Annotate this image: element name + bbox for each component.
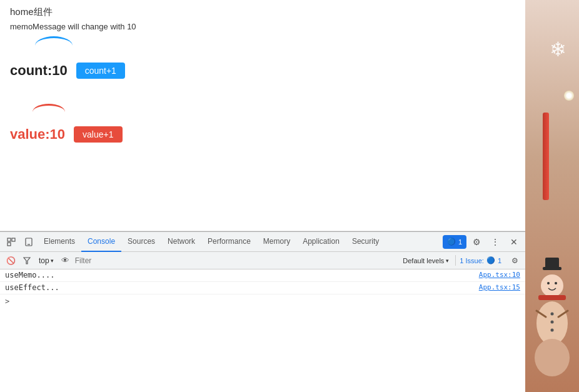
- inspect-icon-button[interactable]: [3, 233, 20, 251]
- count-plus-button[interactable]: count+1: [76, 63, 125, 79]
- tab-console[interactable]: Console: [81, 232, 121, 252]
- count-label: count:10: [10, 63, 68, 79]
- svg-rect-12: [538, 295, 566, 300]
- console-location-1[interactable]: App.tsx:10: [479, 271, 520, 279]
- svg-rect-0: [8, 238, 11, 241]
- more-options-button[interactable]: ⋮: [486, 233, 504, 251]
- toolbar-settings-button[interactable]: ⚙: [508, 254, 521, 268]
- page-title: home组件: [10, 6, 515, 18]
- browser-area: home组件 memoMessage will change with 10 c…: [0, 0, 525, 392]
- blue-arc-decoration: [35, 36, 73, 55]
- value-row: value:10 value+1: [10, 126, 515, 143]
- devtools-panel: Elements Console Sources Network Perform…: [0, 231, 525, 392]
- console-prompt[interactable]: >: [0, 294, 525, 308]
- console-output: useMemo.... App.tsx:10 useEffect... App.…: [0, 269, 525, 392]
- issue-count-icon: 🔵: [486, 256, 495, 264]
- console-location-2[interactable]: App.tsx:15: [479, 283, 520, 291]
- snowman-figure: [527, 254, 577, 392]
- chevron-down-icon: ▾: [51, 258, 54, 264]
- right-decoration-panel: ❄: [525, 0, 579, 392]
- svg-rect-7: [545, 258, 559, 269]
- svg-point-14: [551, 321, 554, 324]
- page-content: home组件 memoMessage will change with 10 c…: [0, 0, 525, 231]
- console-message-2: useEffect...: [5, 283, 479, 292]
- tab-memory[interactable]: Memory: [257, 232, 296, 252]
- svg-point-9: [547, 282, 550, 284]
- settings-icon-button[interactable]: ⚙: [468, 233, 485, 251]
- console-filter-input[interactable]: [75, 254, 397, 267]
- close-devtools-button[interactable]: ✕: [505, 233, 523, 251]
- tab-sources[interactable]: Sources: [121, 232, 161, 252]
- live-expression-button[interactable]: 👁: [59, 254, 73, 268]
- device-icon-button[interactable]: [20, 233, 38, 251]
- chevron-down-icon-levels: ▾: [446, 258, 449, 264]
- issue-badge-button[interactable]: 🔵 1: [443, 235, 466, 249]
- console-message-1: useMemo....: [5, 271, 479, 279]
- glow-dot-decoration: [564, 91, 574, 101]
- devtools-tab-bar: Elements Console Sources Network Perform…: [0, 232, 525, 252]
- count-row: count:10 count+1: [10, 63, 515, 79]
- svg-point-13: [551, 313, 554, 316]
- svg-point-10: [555, 282, 557, 284]
- character-area: [525, 204, 579, 392]
- value-label: value:10: [10, 126, 65, 143]
- clear-console-button[interactable]: 🚫: [4, 254, 18, 268]
- svg-point-15: [551, 329, 554, 332]
- svg-rect-2: [8, 243, 11, 246]
- tab-security[interactable]: Security: [346, 232, 385, 252]
- tab-application[interactable]: Application: [296, 232, 346, 252]
- red-rod-decoration: [543, 113, 549, 200]
- tab-network[interactable]: Network: [161, 232, 201, 252]
- red-arc-decoration: [33, 104, 65, 120]
- console-row: useMemo.... App.tsx:10: [0, 269, 525, 282]
- badge-icon: 🔵: [447, 238, 456, 246]
- svg-rect-1: [12, 238, 15, 241]
- context-selector[interactable]: top ▾: [36, 254, 56, 268]
- devtools-right-icons: 🔵 1 ⚙ ⋮ ✕: [443, 233, 523, 251]
- svg-point-8: [541, 274, 563, 297]
- page-subtitle: memoMessage will change with 10: [10, 22, 515, 31]
- value-plus-button[interactable]: value+1: [74, 126, 122, 143]
- default-levels-dropdown[interactable]: Default levels ▾: [399, 256, 453, 266]
- issue-badge-toolbar[interactable]: 1 Issue: 🔵 1: [455, 255, 505, 266]
- snowflake-decoration: ❄: [550, 38, 566, 61]
- devtools-toolbar: 🚫 top ▾ 👁 Default levels ▾ 1 Issue: 🔵 1 …: [0, 252, 525, 269]
- svg-point-18: [535, 339, 570, 376]
- console-row: useEffect... App.tsx:15: [0, 282, 525, 294]
- filter-icon-button[interactable]: [20, 254, 34, 268]
- tab-elements[interactable]: Elements: [38, 232, 81, 252]
- tab-performance[interactable]: Performance: [201, 232, 257, 252]
- svg-marker-5: [24, 258, 30, 264]
